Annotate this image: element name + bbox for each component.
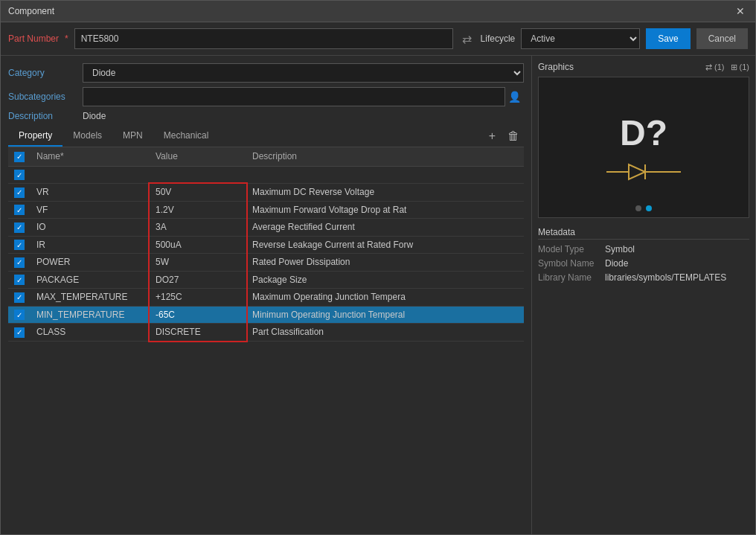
part-number-input[interactable] (74, 28, 453, 49)
svg-marker-1 (629, 164, 645, 179)
symbol-label: D? (620, 112, 667, 153)
sync-icon[interactable]: ⇄ (459, 32, 475, 46)
table-row[interactable]: ✓MIN_TEMPERATURE-65CMinimum Operating Ju… (8, 306, 524, 324)
row-name: PACKAGE (31, 271, 150, 289)
row-checkbox[interactable]: ✓ (14, 205, 25, 215)
window-title: Component (8, 6, 54, 16)
row-checkbox[interactable]: ✓ (14, 327, 25, 338)
table-row[interactable]: ✓PACKAGEDO27Package Size (8, 271, 524, 289)
row-description (246, 166, 524, 184)
row-checkbox-cell: ✓ (8, 254, 31, 272)
row-value[interactable]: -65C (150, 306, 246, 324)
tab-property[interactable]: Property (8, 126, 63, 147)
carousel-dots (635, 205, 652, 211)
row-checkbox[interactable]: ✓ (14, 188, 25, 198)
row-value[interactable]: 1.2V (150, 201, 246, 219)
metadata-row-model-type: Model Type Symbol (538, 244, 749, 254)
delete-property-button[interactable]: 🗑 (503, 128, 524, 144)
row-checkbox-cell: ✓ (8, 324, 31, 342)
row-name: IR (31, 236, 150, 254)
row-checkbox-cell: ✓ (8, 184, 31, 202)
table-row[interactable]: ✓VR50VMaximum DC Reverse Voltage (8, 184, 524, 202)
graphics-icon1[interactable]: ⇄ (1) (705, 63, 725, 72)
table-row[interactable]: ✓MAX_TEMPERATURE+125CMaximum Operating J… (8, 289, 524, 307)
row-name: VF (31, 201, 150, 219)
row-checkbox-cell: ✓ (8, 306, 31, 324)
tabs-row: Property Models MPN Mechanical + 🗑 (8, 126, 524, 147)
category-select[interactable]: Diode (83, 63, 524, 83)
col-description-header: Description (246, 147, 524, 166)
symbol-name-key: Symbol Name (538, 258, 605, 269)
row-checkbox[interactable]: ✓ (14, 257, 25, 268)
row-checkbox-cell: ✓ (8, 271, 31, 289)
model-type-val: Symbol (605, 244, 635, 254)
row-value[interactable]: 50V (150, 184, 246, 202)
part-number-label: Part Number (8, 33, 59, 44)
tab-models[interactable]: Models (63, 126, 112, 147)
row-checkbox[interactable]: ✓ (14, 222, 25, 233)
row-description: Rated Power Dissipation (246, 254, 524, 272)
row-checkbox[interactable]: ✓ (14, 292, 25, 303)
row-description: Maximum Operating Junction Tempera (246, 289, 524, 307)
row-checkbox-cell: ✓ (8, 166, 31, 184)
properties-table: ✓ Name* Value Description ✓✓VR50VMaximum… (8, 147, 524, 342)
row-name: MAX_TEMPERATURE (31, 289, 150, 307)
row-name: MIN_TEMPERATURE (31, 306, 150, 324)
row-name: POWER (31, 254, 150, 272)
row-checkbox-cell: ✓ (8, 289, 31, 307)
row-description: Reverse Leakage Current at Rated Forw (246, 236, 524, 254)
row-value[interactable] (150, 166, 246, 184)
dot-1[interactable] (635, 205, 641, 211)
table-row[interactable]: ✓VF1.2VMaximum Forward Voltage Drop at R… (8, 201, 524, 219)
table-row[interactable]: ✓ (8, 166, 524, 184)
row-value[interactable]: 500uA (150, 236, 246, 254)
library-name-val: libraries/symbols/TEMPLATES (605, 272, 726, 283)
add-property-button[interactable]: + (484, 128, 500, 144)
symbol-name-val: Diode (605, 258, 628, 269)
row-value[interactable]: +125C (150, 289, 246, 307)
metadata-row-symbol-name: Symbol Name Diode (538, 258, 749, 269)
select-all-checkbox[interactable]: ✓ (14, 152, 25, 162)
model-type-key: Model Type (538, 244, 605, 254)
tab-mpn[interactable]: MPN (112, 126, 153, 147)
row-checkbox[interactable]: ✓ (14, 170, 25, 180)
graphics-title: Graphics (538, 62, 574, 72)
row-value[interactable]: 5W (150, 254, 246, 272)
row-checkbox[interactable]: ✓ (14, 240, 25, 250)
metadata-row-library-name: Library Name libraries/symbols/TEMPLATES (538, 272, 749, 283)
table-row[interactable]: ✓IO3AAverage Rectified Current (8, 219, 524, 237)
symbol-preview: D? (538, 77, 749, 218)
description-label: Description (8, 111, 83, 121)
row-checkbox-cell: ✓ (8, 219, 31, 237)
tab-mechanical[interactable]: Mechanical (153, 126, 220, 147)
row-checkbox[interactable]: ✓ (14, 275, 25, 285)
cancel-button[interactable]: Cancel (696, 28, 748, 49)
subcategories-input[interactable] (83, 87, 505, 106)
col-value-header: Value (150, 147, 246, 166)
table-row[interactable]: ✓CLASSDISCRETEPart Classification (8, 324, 524, 342)
subcategory-person-icon[interactable]: 👤 (505, 91, 524, 103)
table-row[interactable]: ✓POWER5WRated Power Dissipation (8, 254, 524, 272)
row-name: IO (31, 219, 150, 237)
lifecycle-label: Lifecycle (481, 33, 516, 44)
close-button[interactable]: ✕ (733, 5, 748, 17)
row-value[interactable]: DISCRETE (150, 324, 246, 342)
row-description: Package Size (246, 271, 524, 289)
row-value[interactable]: DO27 (150, 271, 246, 289)
row-checkbox[interactable]: ✓ (14, 310, 25, 320)
row-description: Minimum Operating Junction Temperal (246, 306, 524, 324)
save-button[interactable]: Save (646, 28, 690, 49)
graphics-header: Graphics ⇄ (1) ⊞ (1) (538, 62, 749, 72)
row-checkbox-cell: ✓ (8, 201, 31, 219)
col-check: ✓ (8, 147, 31, 166)
row-value[interactable]: 3A (150, 219, 246, 237)
row-checkbox-cell: ✓ (8, 236, 31, 254)
row-description: Maximum Forward Voltage Drop at Rat (246, 201, 524, 219)
dot-2[interactable] (646, 205, 652, 211)
category-label: Category (8, 68, 83, 78)
col-name-header: Name* (31, 147, 150, 166)
graphics-icon2[interactable]: ⊞ (1) (731, 63, 750, 72)
table-row[interactable]: ✓IR500uAReverse Leakage Current at Rated… (8, 236, 524, 254)
lifecycle-select[interactable]: Active (521, 28, 640, 49)
graphics-toolbar: ⇄ (1) ⊞ (1) (705, 63, 749, 72)
